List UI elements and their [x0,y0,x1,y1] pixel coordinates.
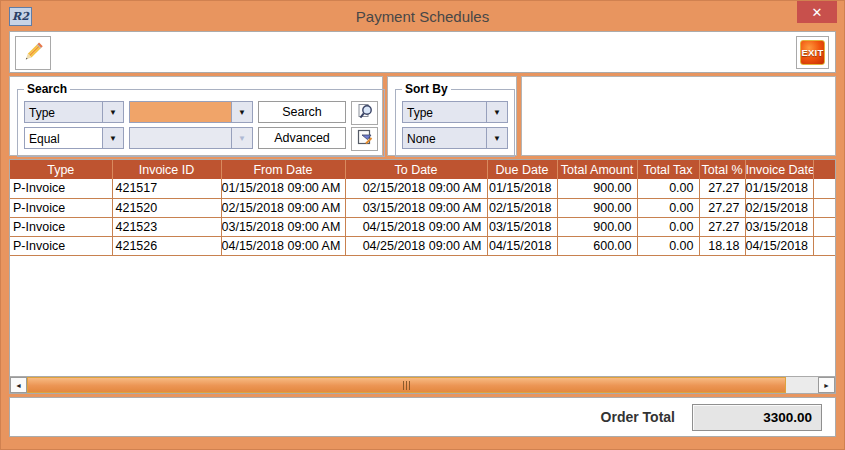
advanced-button[interactable]: Advanced [258,127,346,149]
chevron-down-icon[interactable]: ▼ [486,128,507,148]
search-group-label: Search [24,82,70,96]
filter-strip: Search Type ▼ ▼ Search [9,76,836,156]
cell: 04/15/2018 [487,236,557,255]
cell: 01/15/2018 [487,179,557,198]
order-total-value: 3300.00 [692,404,822,431]
search-panel: Search Type ▼ ▼ Search [9,76,383,156]
scroll-left-icon: ◄ [15,382,22,389]
search-value-text [130,102,231,122]
cell: 0.00 [637,217,699,236]
column-header-total-[interactable]: Total % [699,160,745,179]
search-value2-text [130,128,231,148]
scrollbar-thumb[interactable] [27,377,786,393]
column-header-to-date[interactable]: To Date [345,160,487,179]
sort-secondary-value: None [403,128,486,148]
column-header-f[interactable]: F [813,160,835,179]
cell: 02/15/2018 [487,198,557,217]
cell: 03/15/2018 [745,217,813,236]
sort-primary-dropdown[interactable]: Type ▼ [402,101,508,123]
cell: 18.18 [699,236,745,255]
search-group: Search Type ▼ ▼ Search [17,82,385,157]
chevron-down-icon[interactable]: ▼ [102,128,123,148]
cell [813,198,835,217]
cell: 04/15/2018 [745,236,813,255]
filter-filler-panel [521,76,836,156]
dialog-body: EXIT Search Type ▼ ▼ [9,31,836,437]
cell: 600.00 [557,236,637,255]
close-button[interactable]: ✕ [797,1,837,23]
cell: 421526 [112,236,221,255]
scroll-right-button[interactable]: ► [818,377,835,393]
cell: 04/15/2018 09:00 AM [221,236,345,255]
titlebar[interactable]: R2 Payment Schedules ✕ [1,1,844,31]
horizontal-scrollbar[interactable]: ◄ ► [10,376,835,393]
page-filter-icon [356,129,374,150]
search-magnifier-button[interactable] [351,101,378,125]
table-row[interactable]: P-Invoice42151701/15/2018 09:00 AM02/15/… [10,179,835,198]
cell: P-Invoice [10,198,112,217]
cell: 421523 [112,217,221,236]
table-row[interactable]: P-Invoice42152303/15/2018 09:00 AM04/15/… [10,217,835,236]
scrollbar-track[interactable] [27,377,818,393]
column-header-total-amount[interactable]: Total Amount [557,160,637,179]
cell: 01/15/2018 [745,179,813,198]
cell: 0.00 [637,179,699,198]
cell: 27.27 [699,217,745,236]
search-field-dropdown[interactable]: Type ▼ [24,101,124,123]
table-row[interactable]: P-Invoice42152604/15/2018 09:00 AM04/25/… [10,236,835,255]
cell: P-Invoice [10,236,112,255]
search-operator-value: Equal [25,128,102,148]
column-header-type[interactable]: Type [10,160,112,179]
cell: P-Invoice [10,217,112,236]
payment-schedules-table: TypeInvoice IDFrom DateTo DateDue DateTo… [10,160,835,256]
sort-secondary-dropdown[interactable]: None ▼ [402,127,508,149]
column-header-invoice-date[interactable]: Invoice Date [745,160,813,179]
pencil-icon [20,39,46,68]
footer-panel: Order Total 3300.00 [9,397,836,437]
cell [813,217,835,236]
cell: 03/15/2018 09:00 AM [221,217,345,236]
search-value-dropdown[interactable]: ▼ [129,101,253,123]
search-button[interactable]: Search [258,101,346,123]
scroll-left-button[interactable]: ◄ [10,377,27,393]
chevron-down-icon[interactable]: ▼ [486,102,507,122]
cell: 02/15/2018 [745,198,813,217]
table-row[interactable]: P-Invoice42152002/15/2018 09:00 AM03/15/… [10,198,835,217]
chevron-down-icon[interactable]: ▼ [102,102,123,122]
cell: 27.27 [699,179,745,198]
toolbar: EXIT [9,31,836,73]
cell: 04/25/2018 09:00 AM [345,236,487,255]
sort-primary-value: Type [403,102,486,122]
column-header-total-tax[interactable]: Total Tax [637,160,699,179]
cell: 02/15/2018 09:00 AM [345,179,487,198]
chevron-down-icon[interactable]: ▼ [231,102,252,122]
search-value2-dropdown: ▼ [129,127,253,149]
column-header-from-date[interactable]: From Date [221,160,345,179]
sort-by-group-label: Sort By [402,82,451,96]
column-header-due-date[interactable]: Due Date [487,160,557,179]
search-operator-dropdown[interactable]: Equal ▼ [24,127,124,149]
column-header-invoice-id[interactable]: Invoice ID [112,160,221,179]
cell: P-Invoice [10,179,112,198]
app-logo-text: R2 [12,10,29,23]
cell: 03/15/2018 09:00 AM [345,198,487,217]
schedules-grid: TypeInvoice IDFrom DateTo DateDue DateTo… [10,160,835,376]
order-total-label: Order Total [601,409,675,425]
window-title: Payment Schedules [1,8,844,25]
payment-schedules-window: R2 Payment Schedules ✕ [0,0,845,450]
cell: 04/15/2018 09:00 AM [345,217,487,236]
edit-button[interactable] [15,36,51,70]
exit-button[interactable]: EXIT [796,36,829,69]
magnifier-page-icon [356,103,374,124]
sort-by-group: Sort By Type ▼ None ▼ [395,82,515,157]
cell: 0.00 [637,236,699,255]
scroll-right-icon: ► [823,382,830,389]
cell: 03/15/2018 [487,217,557,236]
cell: 900.00 [557,198,637,217]
cell: 421520 [112,198,221,217]
exit-button-label: EXIT [800,40,825,65]
advanced-search-icon-button[interactable] [351,127,378,151]
schedules-table-panel: TypeInvoice IDFrom DateTo DateDue DateTo… [9,159,836,394]
chevron-down-icon: ▼ [231,128,252,148]
cell [813,236,835,255]
